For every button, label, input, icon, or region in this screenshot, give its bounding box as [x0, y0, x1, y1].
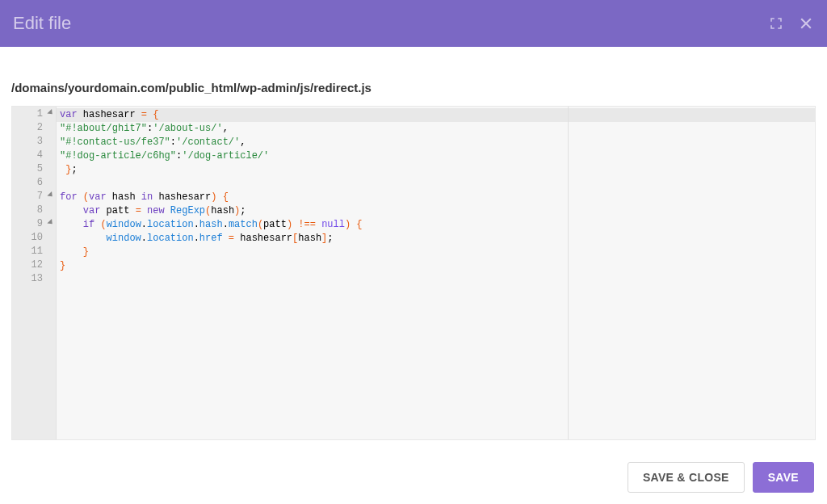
- gutter-line-number: 3: [12, 136, 56, 149]
- dialog-header: Edit file: [0, 0, 827, 47]
- gutter-line-number: 12: [12, 259, 56, 273]
- gutter-line-number: 6: [12, 177, 56, 191]
- code-line[interactable]: for (var hash in hashesarr) {: [57, 191, 815, 204]
- dialog-body: /domains/yourdomain.com/public_html/wp-a…: [0, 47, 827, 440]
- code-line[interactable]: }: [57, 246, 815, 259]
- editor-gutter: 12345678910111213: [12, 107, 57, 439]
- gutter-line-number: 9: [12, 218, 56, 232]
- gutter-line-number: 13: [12, 273, 56, 287]
- editor-code-area[interactable]: var hashesarr = {"#!about/ghit7":'/about…: [57, 107, 815, 439]
- gutter-line-number: 8: [12, 204, 56, 218]
- save-button[interactable]: SAVE: [753, 462, 814, 493]
- gutter-line-number: 7: [12, 191, 56, 204]
- print-margin-line: [568, 107, 569, 439]
- code-line[interactable]: window.location.href = hashesarr[hash];: [57, 232, 815, 246]
- code-line[interactable]: [57, 273, 815, 287]
- code-line[interactable]: "#!dog-article/c6hg":'/dog-article/': [57, 149, 815, 163]
- save-and-close-button[interactable]: SAVE & CLOSE: [628, 462, 745, 493]
- gutter-line-number: 4: [12, 149, 56, 163]
- header-actions: [769, 15, 814, 32]
- code-line[interactable]: [57, 177, 815, 191]
- code-line[interactable]: if (window.location.hash.match(patt) !==…: [57, 218, 815, 232]
- gutter-line-number: 5: [12, 163, 56, 177]
- code-line[interactable]: "#!about/ghit7":'/about-us/',: [57, 122, 815, 136]
- dialog-title: Edit file: [13, 13, 71, 34]
- code-line[interactable]: var patt = new RegExp(hash);: [57, 204, 815, 218]
- code-line[interactable]: }: [57, 259, 815, 273]
- fold-marker-icon[interactable]: [47, 191, 54, 199]
- gutter-line-number: 1: [12, 108, 56, 122]
- fold-marker-icon[interactable]: [47, 219, 54, 226]
- file-path: /domains/yourdomain.com/public_html/wp-a…: [11, 81, 816, 94]
- code-line[interactable]: var hashesarr = {: [57, 108, 815, 122]
- code-editor[interactable]: 12345678910111213 var hashesarr = {"#!ab…: [11, 106, 816, 440]
- gutter-line-number: 2: [12, 122, 56, 136]
- code-line[interactable]: };: [57, 163, 815, 177]
- close-icon[interactable]: [798, 15, 814, 32]
- fold-marker-icon[interactable]: [47, 109, 54, 116]
- gutter-line-number: 10: [12, 232, 56, 246]
- dialog-footer: SAVE & CLOSE SAVE: [628, 462, 814, 493]
- code-line[interactable]: "#!contact-us/fe37":'/contact/',: [57, 136, 815, 149]
- gutter-line-number: 11: [12, 246, 56, 259]
- fullscreen-icon[interactable]: [769, 16, 783, 31]
